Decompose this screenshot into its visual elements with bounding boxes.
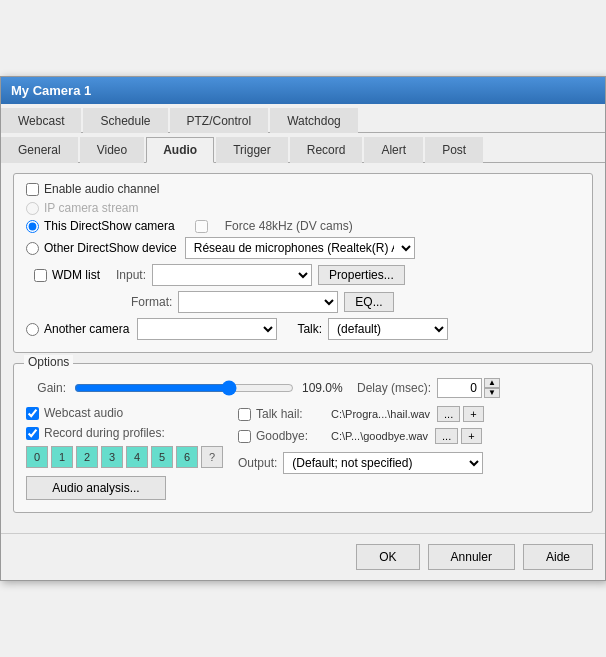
output-row: Output: (Default; not specified)	[238, 452, 580, 474]
output-label: Output:	[238, 456, 277, 470]
talk-hail-label: Talk hail:	[256, 407, 331, 421]
channel-q[interactable]: ?	[201, 446, 223, 468]
record-profiles-checkbox[interactable]	[26, 427, 39, 440]
ip-camera-radio[interactable]	[26, 202, 39, 215]
talk-select[interactable]: (default)	[328, 318, 448, 340]
channel-4[interactable]: 4	[126, 446, 148, 468]
ok-button[interactable]: OK	[356, 544, 419, 570]
goodbye-add-button[interactable]: +	[461, 428, 481, 444]
this-directshow-label: This DirectShow camera	[44, 219, 175, 233]
tabs-row2: General Video Audio Trigger Record Alert…	[1, 133, 605, 163]
left-column: Webcast audio Record during profiles: 0 …	[26, 406, 226, 500]
webcast-audio-label: Webcast audio	[44, 406, 123, 420]
microphone-select[interactable]: Réseau de microphones (Realtek(R) Audio)	[185, 237, 415, 259]
tab-audio[interactable]: Audio	[146, 137, 214, 163]
ip-camera-label: IP camera stream	[44, 201, 138, 215]
enable-audio-checkbox[interactable]	[26, 183, 39, 196]
wdm-list-label: WDM list	[52, 268, 100, 282]
right-column: Talk hail: C:\Progra...\hail.wav ... + G…	[238, 406, 580, 500]
another-camera-row: Another camera Talk: (default)	[26, 318, 580, 340]
input-select[interactable]	[152, 264, 312, 286]
enable-audio-row: Enable audio channel	[26, 182, 580, 196]
tab-general[interactable]: General	[1, 137, 78, 163]
channel-6[interactable]: 6	[176, 446, 198, 468]
goodbye-path: C:\P...\goodbye.wav	[331, 430, 428, 442]
this-directshow-row: This DirectShow camera Force 48kHz (DV c…	[26, 219, 580, 233]
tab-post[interactable]: Post	[425, 137, 483, 163]
channel-5[interactable]: 5	[151, 446, 173, 468]
cancel-button[interactable]: Annuler	[428, 544, 515, 570]
force-48khz-label: Force 48kHz (DV cams)	[225, 219, 353, 233]
content-area: Enable audio channel IP camera stream Th…	[1, 163, 605, 533]
talk-hail-add-button[interactable]: +	[463, 406, 483, 422]
talk-label: Talk:	[297, 322, 322, 336]
output-select[interactable]: (Default; not specified)	[283, 452, 483, 474]
channel-1[interactable]: 1	[51, 446, 73, 468]
tab-alert[interactable]: Alert	[364, 137, 423, 163]
options-group-box: Options Gain: 109.0% Delay (msec): ▲ ▼	[13, 363, 593, 513]
channel-2[interactable]: 2	[76, 446, 98, 468]
delay-label: Delay (msec):	[357, 381, 431, 395]
spin-up-button[interactable]: ▲	[484, 378, 500, 388]
this-directshow-radio[interactable]	[26, 220, 39, 233]
record-profiles-row: Record during profiles:	[26, 426, 226, 440]
goodbye-label: Goodbye:	[256, 429, 331, 443]
spin-down-button[interactable]: ▼	[484, 388, 500, 398]
channels-row: 0 1 2 3 4 5 6 ?	[26, 446, 226, 468]
gain-value: 109.0%	[302, 381, 357, 395]
another-camera-label: Another camera	[44, 322, 129, 336]
wdm-list-checkbox[interactable]	[34, 269, 47, 282]
tab-schedule[interactable]: Schedule	[83, 108, 167, 133]
tab-ptzcontrol[interactable]: PTZ/Control	[170, 108, 269, 133]
options-title: Options	[24, 355, 73, 369]
audio-analysis-button[interactable]: Audio analysis...	[26, 476, 166, 500]
talk-hail-checkbox[interactable]	[238, 408, 251, 421]
webcast-audio-checkbox[interactable]	[26, 407, 39, 420]
tabs-row1: Webcast Schedule PTZ/Control Watchdog	[1, 104, 605, 133]
format-select[interactable]	[178, 291, 338, 313]
talk-hail-browse-button[interactable]: ...	[437, 406, 460, 422]
help-button[interactable]: Aide	[523, 544, 593, 570]
spin-buttons: ▲ ▼	[484, 378, 500, 398]
goodbye-checkbox[interactable]	[238, 430, 251, 443]
another-camera-radio[interactable]	[26, 323, 39, 336]
goodbye-row: Goodbye: C:\P...\goodbye.wav ... +	[238, 428, 580, 444]
footer-buttons: OK Annuler Aide	[1, 533, 605, 580]
enable-audio-label: Enable audio channel	[44, 182, 159, 196]
tab-trigger[interactable]: Trigger	[216, 137, 288, 163]
record-profiles-label: Record during profiles:	[44, 426, 165, 440]
talk-hail-row: Talk hail: C:\Progra...\hail.wav ... +	[238, 406, 580, 422]
tab-webcast[interactable]: Webcast	[1, 108, 81, 133]
goodbye-browse-button[interactable]: ...	[435, 428, 458, 444]
force-48khz-checkbox[interactable]	[195, 220, 208, 233]
talk-hail-path: C:\Progra...\hail.wav	[331, 408, 430, 420]
other-directshow-radio[interactable]	[26, 242, 39, 255]
tab-watchdog[interactable]: Watchdog	[270, 108, 358, 133]
channel-3[interactable]: 3	[101, 446, 123, 468]
gain-label: Gain:	[26, 381, 66, 395]
tab-record[interactable]: Record	[290, 137, 363, 163]
delay-input[interactable]	[437, 378, 482, 398]
main-window: My Camera 1 Webcast Schedule PTZ/Control…	[0, 76, 606, 581]
delay-input-wrap: ▲ ▼	[437, 378, 500, 398]
format-label: Format:	[131, 295, 172, 309]
eq-button[interactable]: EQ...	[344, 292, 393, 312]
ip-camera-row: IP camera stream	[26, 201, 580, 215]
tab-video[interactable]: Video	[80, 137, 144, 163]
wdm-input-row: WDM list Input: Properties...	[34, 264, 580, 286]
another-camera-select[interactable]	[137, 318, 277, 340]
properties-button[interactable]: Properties...	[318, 265, 405, 285]
other-directshow-row: Other DirectShow device Réseau de microp…	[26, 237, 580, 259]
title-bar: My Camera 1	[1, 77, 605, 104]
gain-slider[interactable]	[74, 380, 294, 396]
webcast-audio-row: Webcast audio	[26, 406, 226, 420]
format-row: Format: EQ...	[131, 291, 580, 313]
other-directshow-label: Other DirectShow device	[44, 241, 177, 255]
input-label: Input:	[116, 268, 146, 282]
lower-section: Webcast audio Record during profiles: 0 …	[26, 406, 580, 500]
channel-0[interactable]: 0	[26, 446, 48, 468]
window-title: My Camera 1	[11, 83, 91, 98]
gain-row: Gain: 109.0% Delay (msec): ▲ ▼	[26, 378, 580, 398]
audio-group-box: Enable audio channel IP camera stream Th…	[13, 173, 593, 353]
